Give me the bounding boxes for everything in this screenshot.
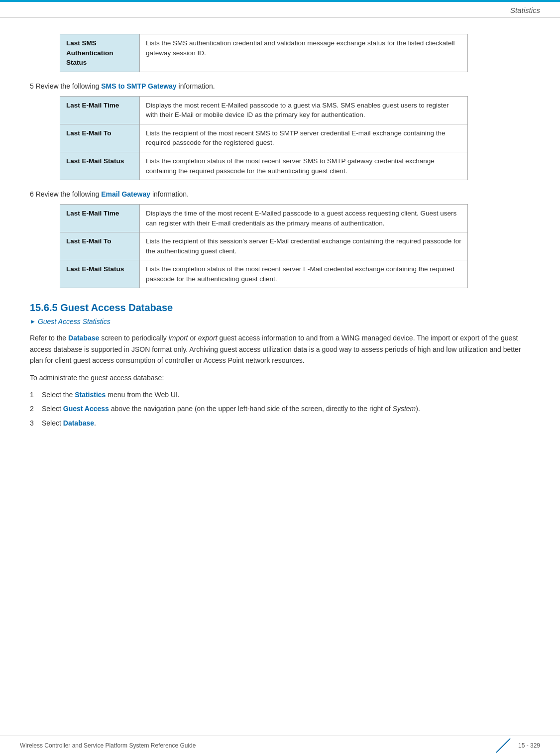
body-text-1: Refer to the Database screen to periodic…	[30, 332, 530, 366]
step-1-text: Select the Statistics menu from the Web …	[42, 389, 180, 400]
table-cell-desc: Lists the SMS authentication credential …	[140, 34, 468, 72]
guest-access-highlight: Guest Access	[63, 405, 109, 413]
guest-access-heading: 15.6.5 Guest Access Database	[30, 302, 530, 314]
table-cell-desc: Displays the time of the most recent E-M…	[140, 205, 468, 232]
header-title: Statistics	[510, 6, 540, 14]
arrow-right-icon: ►	[30, 318, 36, 325]
header-bar: Statistics	[0, 2, 560, 18]
table-row: Last E-Mail To Lists the recipient of th…	[60, 124, 468, 152]
body-text-2: To administrate the guest access databas…	[30, 372, 530, 383]
footer-page-number: 15 - 329	[518, 742, 540, 749]
table-row: Last E-Mail To Lists the recipient of th…	[60, 232, 468, 260]
subsection-link-text: Guest Access Statistics	[38, 318, 111, 325]
table-cell-label: Last E-Mail Time	[60, 205, 140, 232]
table-cell-label: Last E-Mail Time	[60, 96, 140, 124]
step-number-2: 2	[30, 403, 38, 414]
step-3-text: Select Database.	[42, 418, 96, 429]
database-highlight-2: Database	[63, 419, 94, 427]
table-cell-desc: Lists the recipient of this session's se…	[140, 232, 468, 260]
section6-intro: 6 Review the following Email Gateway inf…	[30, 190, 530, 198]
table-cell-desc: Lists the completion status of the most …	[140, 152, 468, 180]
section6-intro-prefix: 6 Review the following	[30, 190, 101, 198]
section6-table: Last E-Mail Time Displays the time of th…	[60, 204, 468, 288]
table-row: Last E-Mail Time Displays the most recen…	[60, 96, 468, 124]
section5-intro-prefix: 5 Review the following	[30, 82, 101, 90]
section6-intro-suffix: information.	[150, 190, 189, 198]
page-container: Statistics Last SMS Authentication Statu…	[0, 0, 560, 755]
table-row: Last E-Mail Status Lists the completion …	[60, 260, 468, 288]
table-cell-label: Last E-Mail To	[60, 232, 140, 260]
subsection-link[interactable]: ► Guest Access Statistics	[30, 318, 530, 325]
footer-divider-icon	[496, 738, 511, 753]
sms-auth-status-table: Last SMS Authentication Status Lists the…	[60, 34, 468, 72]
database-highlight: Database	[68, 334, 99, 342]
section5-intro-highlight: SMS to SMTP Gateway	[101, 82, 176, 90]
footer-left-text: Wireless Controller and Service Platform…	[20, 742, 196, 749]
content-area: Last SMS Authentication Status Lists the…	[0, 18, 560, 461]
footer-right: 15 - 329	[491, 742, 540, 749]
step-1: 1 Select the Statistics menu from the We…	[30, 389, 530, 400]
step-number-1: 1	[30, 389, 38, 400]
step-number-3: 3	[30, 418, 38, 429]
table-cell-label: Last E-Mail Status	[60, 260, 140, 288]
statistics-highlight: Statistics	[75, 391, 106, 399]
section5-intro-suffix: information.	[177, 82, 215, 90]
section6-intro-highlight: Email Gateway	[101, 190, 150, 198]
table-cell-label: Last SMS Authentication Status	[60, 34, 140, 72]
table-row: Last E-Mail Time Displays the time of th…	[60, 205, 468, 232]
step-2: 2 Select Guest Access above the navigati…	[30, 403, 530, 414]
step-2-text: Select Guest Access above the navigation…	[42, 403, 420, 414]
table-cell-desc: Displays the most recent E-Mailed passco…	[140, 96, 468, 124]
footer-bar: Wireless Controller and Service Platform…	[0, 736, 560, 755]
section5-table: Last E-Mail Time Displays the most recen…	[60, 96, 468, 180]
table-cell-desc: Lists the completion status of the most …	[140, 260, 468, 288]
table-cell-label: Last E-Mail To	[60, 124, 140, 152]
table-row: Last E-Mail Status Lists the completion …	[60, 152, 468, 180]
table-row: Last SMS Authentication Status Lists the…	[60, 34, 468, 72]
table-cell-desc: Lists the recipient of the most recent S…	[140, 124, 468, 152]
section5-intro: 5 Review the following SMS to SMTP Gatew…	[30, 82, 530, 90]
step-3: 3 Select Database.	[30, 418, 530, 429]
table-cell-label: Last E-Mail Status	[60, 152, 140, 180]
